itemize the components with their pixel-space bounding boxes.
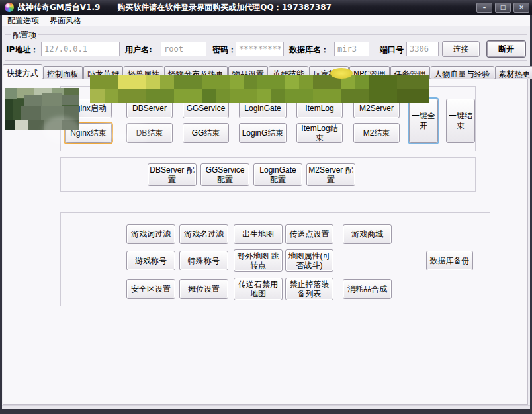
no-drop-equipment-list-button[interactable]: 禁止掉落装备列表 (285, 278, 333, 300)
statusbar (2, 405, 530, 409)
menu-ui-style[interactable]: 界面风格 (44, 15, 87, 27)
consumable-synthesis-button[interactable]: 消耗品合成 (343, 279, 392, 299)
teleport-stone-disabled-maps-button[interactable]: 传送石禁用地图 (234, 278, 283, 300)
tab-control-panel[interactable]: 控制面板 (43, 66, 83, 79)
window-title: 战神传奇GM后台V1.9 (18, 2, 100, 13)
tab-hp-and-exp[interactable]: 人物血量与经验 (431, 66, 494, 79)
gg-stop-button[interactable]: GG结束 (183, 123, 229, 143)
menu-config-options[interactable]: 配置选项 (2, 15, 44, 27)
port-input[interactable] (406, 42, 439, 56)
watermark-yellow-blob (330, 68, 353, 79)
connection-group-label: 配置项 (11, 30, 38, 41)
wild-map-jump-point-button[interactable]: 野外地图 跳转点 (234, 249, 283, 272)
m2server-config-button[interactable]: M2Server 配置 (306, 163, 355, 186)
birth-map-button[interactable]: 出生地图 (234, 224, 283, 244)
logingate-config-button[interactable]: LoginGate 配置 (253, 163, 302, 186)
shortcuts-tab-page: Nginx启动 DBServer GGService LoginGate Ite… (3, 78, 528, 405)
censored-photo-strip (90, 75, 429, 103)
database-backup-button[interactable]: 数据库备份 (426, 251, 473, 270)
password-input[interactable] (236, 42, 284, 56)
stall-settings-button[interactable]: 摊位设置 (179, 279, 228, 299)
game-mall-button[interactable]: 游戏商城 (343, 224, 392, 244)
m2-stop-button[interactable]: M2结束 (353, 123, 400, 143)
one-key-stop-all-button[interactable]: 一键结束 (446, 99, 475, 143)
disconnect-button[interactable]: 断开 (487, 41, 525, 57)
tab-material-hotupdate[interactable]: 素材热更 (495, 66, 532, 79)
connect-button[interactable]: 连接 (442, 41, 480, 57)
database-name-input[interactable] (334, 42, 369, 56)
window-controls: – □ ✕ (474, 3, 529, 13)
word-filter-button[interactable]: 游戏词过滤 (126, 224, 175, 244)
censored-photo-thumbnail (5, 88, 79, 130)
ip-address-input[interactable] (41, 42, 120, 56)
minimize-button[interactable]: – (476, 3, 492, 13)
app-window: 战神传奇GM后台V1.9 购买软件请在软件登录界面购买或加代理QQ：197387… (0, 0, 532, 414)
ip-address-label: IP地址： (6, 44, 38, 56)
game-title-button[interactable]: 游戏称号 (126, 251, 175, 270)
name-filter-button[interactable]: 游戏名过滤 (179, 224, 228, 244)
tab-shortcuts[interactable]: 快捷方式 (3, 64, 42, 79)
maximize-button[interactable]: □ (495, 3, 511, 13)
close-button[interactable]: ✕ (513, 3, 529, 13)
one-key-start-all-button[interactable]: 一键全开 (409, 99, 438, 143)
ggservice-config-button[interactable]: GGService 配置 (200, 163, 249, 186)
client-area: 配置选项 界面风格 配置项 IP地址： 用户名: 密码： 数据库名： 端口号： … (2, 15, 530, 409)
itemlog-stop-button[interactable]: ItemLog结束 (296, 123, 343, 143)
password-label: 密码： (212, 44, 236, 56)
dbserver-config-button[interactable]: DBServer 配置 (148, 163, 197, 186)
special-title-button[interactable]: 特殊称号 (179, 251, 228, 270)
loging-stop-button[interactable]: LoginG结束 (239, 123, 287, 143)
titlebar-purchase-notice: 购买软件请在软件登录界面购买或加代理QQ：197387387 (117, 2, 332, 13)
map-attribute-button[interactable]: 地图属性(可否战斗) (285, 249, 333, 272)
username-label: 用户名: (125, 44, 152, 56)
menubar: 配置选项 界面风格 (2, 15, 530, 26)
db-stop-button[interactable]: DB结束 (126, 123, 173, 143)
teleport-point-button[interactable]: 传送点设置 (285, 224, 333, 244)
titlebar[interactable]: 战神传奇GM后台V1.9 购买软件请在软件登录界面购买或加代理QQ：197387… (0, 0, 532, 15)
safe-zone-button[interactable]: 安全区设置 (126, 279, 175, 299)
username-input[interactable] (161, 42, 206, 56)
app-logo-icon (5, 3, 14, 12)
database-name-label: 数据库名： (289, 44, 329, 56)
